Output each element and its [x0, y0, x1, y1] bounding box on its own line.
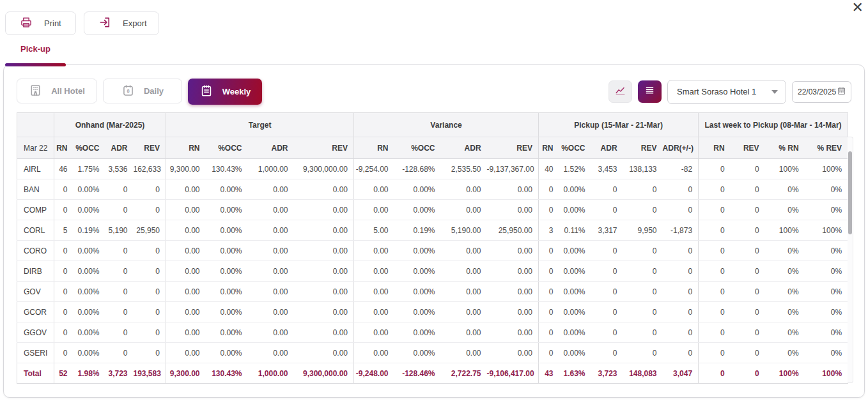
table-cell: 0.00 [294, 241, 354, 261]
table-cell: 0% [805, 261, 848, 282]
scrollbar-thumb[interactable] [848, 151, 852, 234]
table-cell: 0.00 [294, 282, 354, 302]
table-cell: 0.00 [487, 302, 539, 322]
table-cell: 0.00% [206, 282, 248, 302]
table-cell: 0.00% [394, 302, 441, 322]
table-cell: 9,300,000.00 [294, 363, 354, 384]
table-cell: 3,723 [105, 363, 134, 384]
table-cell: 0 [591, 179, 623, 200]
table-cell: 0 [54, 322, 74, 343]
table-cell: 0% [765, 322, 805, 343]
row-label: CORL [17, 220, 54, 241]
table-cell: 0 [105, 241, 134, 261]
table-cell: 0.00 [487, 179, 539, 200]
table-cell: 0.00% [559, 241, 591, 261]
table-cell: 0% [765, 261, 805, 282]
table-cell: 0 [731, 343, 765, 363]
table-cell: -82 [663, 159, 699, 179]
table-cell: 0% [805, 282, 848, 302]
row-label: DIRB [17, 261, 54, 282]
table-cell: 0 [623, 200, 663, 220]
table-cell: 0.00% [74, 261, 105, 282]
table-cell: 1.75% [74, 159, 105, 179]
tab-bar: Pick-up [5, 44, 66, 66]
table-cell: 0.00% [394, 343, 441, 363]
table-cell: 0% [805, 302, 848, 322]
table-cell: 0 [134, 322, 166, 343]
table-cell: 0.00 [354, 261, 394, 282]
table-cell: 0.00% [559, 322, 591, 343]
table-cell: 0.00 [487, 241, 539, 261]
table-cell: 0.00 [294, 220, 354, 241]
table-cell: 0 [731, 261, 765, 282]
table-cell: 1.52% [559, 159, 591, 179]
column-header: % RN [765, 137, 805, 159]
table-cell: 0.00 [294, 200, 354, 220]
view-switch-group: All Hotel 8 Daily [17, 79, 262, 105]
table-cell: 0 [699, 282, 731, 302]
table-cell: 0.00 [441, 322, 487, 343]
table-cell: 0 [699, 220, 731, 241]
table-cell: 0.19% [74, 220, 105, 241]
column-group-header: Pickup (15-Mar - 21-Mar) [539, 113, 699, 137]
table-cell: 0 [731, 302, 765, 322]
table-cell: 0.19% [394, 220, 441, 241]
vertical-scrollbar[interactable] [848, 137, 853, 383]
table-cell: 100% [765, 363, 805, 384]
table-cell: 0.00% [394, 241, 441, 261]
chart-view-button[interactable] [608, 80, 632, 103]
hotel-select-value: Smart Soraso Hotel 1 [677, 87, 756, 96]
table-row: BAN00.00%000.000.00%0.000.000.000.00%0.0… [17, 179, 848, 200]
table-view-button[interactable] [638, 80, 662, 103]
table-cell: 0 [539, 302, 559, 322]
weekly-button[interactable]: Weekly [188, 79, 262, 105]
table-cell: 0.00% [206, 343, 248, 363]
table-cell: -9,106,417.00 [487, 363, 539, 384]
column-header: % REV [805, 137, 848, 159]
table-cell: 0% [765, 241, 805, 261]
table-cell: 46 [54, 159, 74, 179]
table-row: GCOR00.00%000.000.00%0.000.000.000.00%0.… [17, 302, 848, 322]
table-cell: 0 [134, 261, 166, 282]
table-cell: 0 [539, 179, 559, 200]
hotel-select[interactable]: Smart Soraso Hotel 1 [667, 80, 786, 104]
table-cell: 100% [765, 220, 805, 241]
table-cell: 0 [663, 200, 699, 220]
table-cell: 0 [623, 179, 663, 200]
table-cell: 0.00 [166, 241, 206, 261]
tab-pickup[interactable]: Pick-up [5, 44, 66, 59]
row-label: Total [17, 363, 54, 384]
date-input[interactable]: 22/03/2025 [792, 81, 851, 103]
table-cell: 0 [54, 282, 74, 302]
table-cell: 0.00 [294, 322, 354, 343]
table-cell: 0.00 [441, 343, 487, 363]
table-cell: 0 [54, 241, 74, 261]
table-cell: 0.00 [354, 179, 394, 200]
table-cell: 0 [54, 302, 74, 322]
print-button[interactable]: Print [5, 11, 76, 35]
line-chart-icon [614, 84, 626, 99]
table-cell: 5 [54, 220, 74, 241]
table-cell: 0% [805, 322, 848, 343]
daily-button[interactable]: 8 Daily [103, 79, 182, 103]
export-button[interactable]: Export [84, 11, 159, 35]
table-cell: 0% [765, 302, 805, 322]
all-hotel-button[interactable]: All Hotel [17, 79, 97, 103]
print-button-label: Print [44, 19, 61, 28]
row-label: CORO [17, 241, 54, 261]
table-cell: 0.00 [166, 179, 206, 200]
table-cell: 0.11% [559, 220, 591, 241]
row-label: GCOR [17, 302, 54, 322]
column-header: %OCC [74, 137, 105, 159]
pickup-table-wrap: Onhand (Mar-2025)TargetVariancePickup (1… [17, 112, 853, 384]
table-cell: 0 [134, 302, 166, 322]
table-cell: 100% [805, 159, 848, 179]
table-cell: 0 [663, 261, 699, 282]
table-cell: 0 [54, 261, 74, 282]
close-icon[interactable]: ✕ [852, 1, 864, 15]
table-cell: 0% [805, 179, 848, 200]
table-cell: 0 [105, 282, 134, 302]
table-row: GGOV00.00%000.000.00%0.000.000.000.00%0.… [17, 322, 848, 343]
table-cell: 0 [623, 343, 663, 363]
table-cell: 0.00% [206, 322, 248, 343]
